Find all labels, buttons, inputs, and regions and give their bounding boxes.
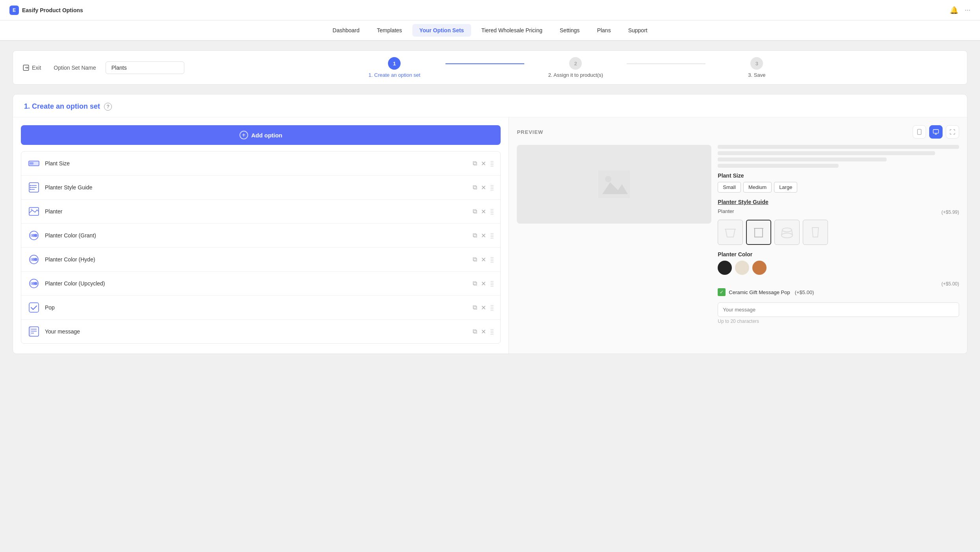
preview-planter-price: (+$5.99) <box>941 209 959 215</box>
copy-icon[interactable]: ⧉ <box>473 256 477 263</box>
desktop-preview-button[interactable] <box>929 125 943 139</box>
help-icon[interactable]: ? <box>104 103 112 111</box>
drag-icon[interactable]: ⣿ <box>490 328 494 335</box>
nav-item-support[interactable]: Support <box>621 24 655 37</box>
list-item: Your message ⧉ ✕ ⣿ <box>21 320 500 343</box>
main-card: 1. Create an option set ? + Add option <box>13 94 967 354</box>
delete-icon[interactable]: ✕ <box>481 232 486 239</box>
nav-item-tiered-wholesale[interactable]: Tiered Wholesale Pricing <box>474 24 549 37</box>
nav-item-plans[interactable]: Plans <box>590 24 618 37</box>
expand-preview-button[interactable] <box>946 125 959 139</box>
preview-options: Plant Size Small Medium Large Planter St… <box>718 145 959 330</box>
preview-tag-medium[interactable]: Medium <box>743 182 772 193</box>
drag-icon[interactable]: ⣿ <box>490 256 494 263</box>
planter-icon <box>28 205 40 218</box>
main-nav: Dashboard Templates Your Option Sets Tie… <box>0 20 980 41</box>
preview-message-section: Up to 20 characters <box>718 302 959 324</box>
exit-button[interactable]: Exit <box>22 64 41 71</box>
more-options-icon[interactable]: ··· <box>965 6 971 14</box>
svg-point-8 <box>30 185 31 186</box>
copy-icon[interactable]: ⧉ <box>473 160 477 167</box>
pop-icon <box>28 301 40 314</box>
page-content: Exit Option Set Name 1 1. Create an opti… <box>0 41 980 363</box>
skeleton-content <box>718 145 959 168</box>
options-list: Plant Size ⧉ ✕ ⣿ <box>21 151 501 344</box>
option-actions: ⧉ ✕ ⣿ <box>473 160 494 167</box>
preview-header: PREVIEW <box>517 125 959 139</box>
delete-icon[interactable]: ✕ <box>481 304 486 311</box>
copy-icon[interactable]: ⧉ <box>473 280 477 287</box>
planter-img-1[interactable] <box>718 220 743 245</box>
nav-item-settings[interactable]: Settings <box>553 24 587 37</box>
delete-icon[interactable]: ✕ <box>481 328 486 335</box>
plus-icon: + <box>239 131 248 139</box>
pop-price: (+$5.00) <box>795 289 814 295</box>
svg-point-37 <box>605 176 611 182</box>
preview-pop-checkbox-row: ✓ Ceramic Gift Message Pop (+$5.00) <box>718 288 959 296</box>
color-cream[interactable] <box>735 261 749 275</box>
drag-icon[interactable]: ⣿ <box>490 304 494 311</box>
option-actions: ⧉ ✕ ⣿ <box>473 328 494 335</box>
preview-tag-large[interactable]: Large <box>774 182 797 193</box>
option-set-name-input[interactable] <box>106 61 184 74</box>
color-terracotta[interactable] <box>752 261 767 275</box>
list-item: Planter Color (Upcycled) ⧉ ✕ ⣿ <box>21 272 500 296</box>
preview-pop-price-note: (+$5.00) <box>718 281 959 287</box>
wizard-steps: 1 1. Create an option set 2 2. Assign it… <box>194 57 958 78</box>
step-connector-1 <box>445 63 524 64</box>
step-1-circle: 1 <box>388 57 401 70</box>
app-branding: E Easify Product Options <box>9 6 83 15</box>
preview-planter-style-title: Planter Style Guide <box>718 199 959 205</box>
copy-icon[interactable]: ⧉ <box>473 184 477 191</box>
exit-icon <box>22 64 30 71</box>
nav-item-dashboard[interactable]: Dashboard <box>325 24 367 37</box>
nav-item-your-option-sets[interactable]: Your Option Sets <box>412 24 471 37</box>
preview-message-input[interactable] <box>718 302 959 317</box>
svg-point-41 <box>782 228 792 232</box>
copy-icon[interactable]: ⧉ <box>473 232 477 239</box>
preview-planter-images <box>718 220 959 245</box>
copy-icon[interactable]: ⧉ <box>473 328 477 335</box>
color-grant-icon <box>28 229 40 242</box>
product-image-placeholder <box>517 145 711 224</box>
drag-icon[interactable]: ⣿ <box>490 208 494 215</box>
drag-icon[interactable]: ⣿ <box>490 280 494 287</box>
nav-item-templates[interactable]: Templates <box>370 24 409 37</box>
mobile-preview-button[interactable] <box>913 125 926 139</box>
svg-point-20 <box>34 258 37 261</box>
option-actions: ⧉ ✕ ⣿ <box>473 184 494 191</box>
drag-icon[interactable]: ⣿ <box>490 184 494 191</box>
svg-rect-33 <box>933 130 938 133</box>
app-icon: E <box>9 6 19 15</box>
svg-point-9 <box>30 187 31 188</box>
step-2-circle: 2 <box>569 57 582 70</box>
option-name: Pop <box>45 304 468 311</box>
drag-icon[interactable]: ⣿ <box>490 160 494 167</box>
svg-point-24 <box>34 282 37 285</box>
planter-img-4[interactable] <box>803 220 828 245</box>
delete-icon[interactable]: ✕ <box>481 256 486 263</box>
add-option-button[interactable]: + Add option <box>21 125 501 145</box>
two-column-layout: + Add option Plant Size <box>13 117 967 354</box>
svg-rect-30 <box>29 327 31 336</box>
planter-img-2[interactable] <box>746 220 771 245</box>
preview-planter-colors <box>718 261 959 275</box>
preview-title: PREVIEW <box>517 129 543 135</box>
planter-img-3[interactable] <box>774 220 800 245</box>
planter-style-icon <box>28 181 40 194</box>
delete-icon[interactable]: ✕ <box>481 280 486 287</box>
copy-icon[interactable]: ⧉ <box>473 304 477 311</box>
svg-point-16 <box>34 234 37 237</box>
option-name: Your message <box>45 328 468 335</box>
delete-icon[interactable]: ✕ <box>481 160 486 167</box>
preview-tag-small[interactable]: Small <box>718 182 741 193</box>
drag-icon[interactable]: ⣿ <box>490 232 494 239</box>
delete-icon[interactable]: ✕ <box>481 208 486 215</box>
step-3-circle: 3 <box>750 57 763 70</box>
option-actions: ⧉ ✕ ⣿ <box>473 256 494 263</box>
copy-icon[interactable]: ⧉ <box>473 208 477 215</box>
pop-checkbox[interactable]: ✓ <box>718 288 726 296</box>
option-name: Planter Color (Hyde) <box>45 256 468 263</box>
delete-icon[interactable]: ✕ <box>481 184 486 191</box>
color-black[interactable] <box>718 261 732 275</box>
